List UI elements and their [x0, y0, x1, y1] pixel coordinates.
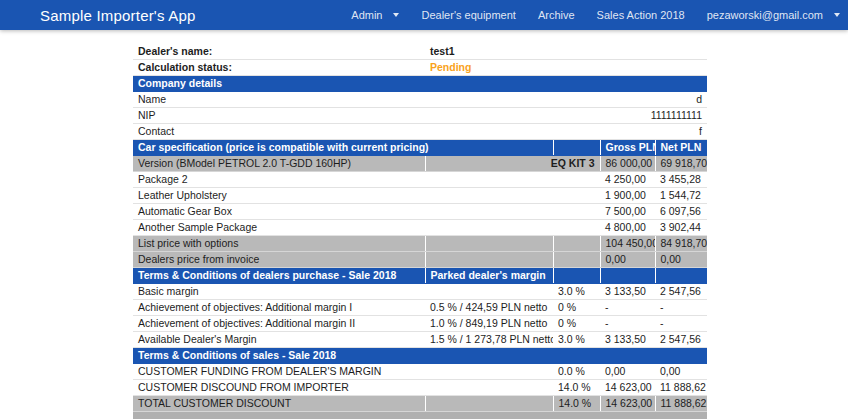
section-title: Car specification (price is compatible w…	[133, 140, 553, 156]
nav-item-sales-action-2018[interactable]: Sales Action 2018	[597, 9, 685, 21]
cell	[553, 236, 600, 252]
nav-item-archive[interactable]: Archive	[538, 9, 575, 21]
contact-label: Contact	[133, 124, 425, 140]
cell: 4 800,00	[600, 220, 655, 236]
section-title: Terms & Conditions of sales - Sale 2018	[133, 348, 707, 364]
cell: 1.5 % / 1 273,78 PLN netto	[425, 332, 553, 348]
nip-value: 1111111111	[425, 108, 707, 124]
cell	[553, 172, 600, 188]
cell: Achievement of objectives: Additional ma…	[133, 300, 425, 316]
table-row: Achievement of objectives: Additional ma…	[133, 316, 707, 332]
cell: CUSTOMER FUNDING FROM DEALER'S MARGIN	[133, 364, 425, 380]
cell: CUSTOMER DISCOUND FROM IMPORTER	[133, 380, 425, 396]
table-row: CUSTOMER FUNDING FROM DEALER'S MARGIN0.0…	[133, 364, 707, 380]
cell: 3.0 %	[553, 332, 600, 348]
navbar-menu: AdminDealer's equipmentArchiveSales Acti…	[351, 9, 840, 21]
section-title: Terms & Conditions of dealers purchase -…	[133, 268, 425, 284]
nav-item-pezaworski-gmail-com[interactable]: pezaworski@gmail.com	[707, 9, 840, 21]
cell: 1 544,72	[655, 188, 707, 204]
section-header-row: Car specification (price is compatible w…	[133, 140, 707, 156]
table-row: Named	[133, 92, 707, 108]
cell: -	[655, 316, 707, 332]
table-row: Basic margin3.0 %3 133,502 547,56	[133, 284, 707, 300]
dealer-name-value: test1	[425, 44, 707, 60]
cell	[425, 204, 553, 220]
table-row: CUSTOMER DISCOUND FROM IMPORTER14.0 %14 …	[133, 380, 707, 396]
cell: 3 902,44	[655, 220, 707, 236]
table-row: Leather Upholstery1 900,001 544,72	[133, 188, 707, 204]
section-header-row: Terms & Conditions of dealers purchase -…	[133, 268, 707, 284]
cell	[425, 172, 553, 188]
cell: Available Dealer's Margin	[133, 332, 425, 348]
cell: Package 2	[133, 172, 425, 188]
section-title: Company details	[133, 76, 707, 92]
net-pln-header: Net PLN	[655, 140, 707, 156]
table-row: Package 24 250,003 455,28	[133, 172, 707, 188]
company-name-label: Name	[133, 92, 425, 108]
cell: -	[600, 300, 655, 316]
cell	[425, 396, 553, 412]
nav-item-label: Sales Action 2018	[597, 9, 685, 21]
cell: 0 %	[553, 300, 600, 316]
cell: 14 623,00	[600, 396, 655, 412]
table-row: NIP1111111111	[133, 108, 707, 124]
gross-pln-header: Gross PLN	[600, 140, 655, 156]
cell: 2 547,56	[655, 332, 707, 348]
cell: Automatic Gear Box	[133, 204, 425, 220]
cell: -	[655, 300, 707, 316]
section-header-row: Terms & Conditions of sales - Sale 2018	[133, 348, 707, 364]
cell: 4 250,00	[600, 172, 655, 188]
cell	[553, 252, 600, 268]
summary-row: Version (BModel PETROL 2.0 T-GDD 160HP)E…	[133, 156, 707, 172]
nav-item-label: Dealer's equipment	[421, 9, 515, 21]
table-row: Achievement of objectives: Additional ma…	[133, 300, 707, 316]
app-title[interactable]: Sample Importer's App	[40, 7, 195, 24]
nav-item-label: Admin	[351, 9, 382, 21]
chevron-down-icon	[393, 13, 399, 17]
cell: Basic margin	[133, 284, 425, 300]
cell: 0 %	[553, 316, 600, 332]
cell: 0,00	[655, 252, 707, 268]
cell: 69 918,70	[655, 156, 707, 172]
cell: 3.0 %	[553, 284, 600, 300]
chevron-down-icon	[834, 13, 840, 17]
cell: 0,00	[600, 364, 655, 380]
cell: 0.0 %	[553, 364, 600, 380]
cell: Achievement of objectives: Additional ma…	[133, 316, 425, 332]
cell	[655, 268, 707, 284]
cell	[553, 188, 600, 204]
cell: List price with options	[133, 236, 425, 252]
nav-item-dealer-s-equipment[interactable]: Dealer's equipment	[421, 9, 515, 21]
cell	[133, 412, 707, 420]
cell: Leather Upholstery	[133, 188, 425, 204]
table-row: Dealer's name:test1	[133, 44, 707, 60]
cell: 11 888,62	[655, 396, 707, 412]
summary-row: TOTAL CUSTOMER DISCOUNT14.0 %14 623,0011…	[133, 396, 707, 412]
cell	[553, 140, 600, 156]
cell	[553, 220, 600, 236]
cell	[425, 252, 553, 268]
cell	[425, 188, 553, 204]
table-row: Calculation status:Pending	[133, 60, 707, 76]
parked-margin-header: Parked dealer's margin	[425, 268, 553, 284]
app-navbar: Sample Importer's App AdminDealer's equi…	[0, 0, 848, 30]
cell: -	[600, 316, 655, 332]
cell: 84 918,70	[655, 236, 707, 252]
cell: 3 133,50	[600, 284, 655, 300]
cell	[553, 268, 600, 284]
cell: TOTAL CUSTOMER DISCOUNT	[133, 396, 425, 412]
nav-item-admin[interactable]: Admin	[351, 9, 399, 21]
cell	[425, 380, 553, 396]
cell: 1.0 % / 849,19 PLN netto	[425, 316, 553, 332]
table-row: Contactf	[133, 124, 707, 140]
cell: Another Sample Package	[133, 220, 425, 236]
cell	[600, 268, 655, 284]
cell: Version (BModel PETROL 2.0 T-GDD 160HP)	[133, 156, 425, 172]
cell: 11 888,62	[655, 380, 707, 396]
cell	[425, 220, 553, 236]
table-row: Automatic Gear Box7 500,006 097,56	[133, 204, 707, 220]
cell: 0,00	[600, 252, 655, 268]
cell: 0.5 % / 424,59 PLN netto	[425, 300, 553, 316]
cell: 1 900,00	[600, 188, 655, 204]
table-row: Another Sample Package4 800,003 902,44	[133, 220, 707, 236]
